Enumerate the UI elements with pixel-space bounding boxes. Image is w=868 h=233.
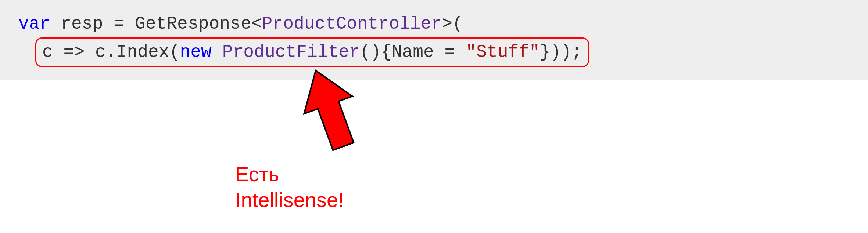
annotation-caption: Есть Intellisense! [235, 161, 344, 213]
code-text: >( [442, 14, 463, 34]
type-filter: ProductFilter [222, 42, 360, 62]
caption-line-2: Intellisense! [235, 187, 344, 213]
type-controller: ProductController [262, 14, 442, 34]
svg-marker-0 [294, 64, 367, 155]
code-text: resp = GetResponse< [50, 14, 262, 34]
highlight-box: c => c.Index(new ProductFilter(){Name = … [35, 37, 589, 67]
code-text: })); [540, 42, 582, 62]
code-text: c => c.Index( [42, 42, 180, 62]
code-block: var resp = GetResponse<ProductController… [0, 0, 868, 80]
string-literal: "Stuff" [466, 42, 540, 62]
arrow-icon [294, 64, 367, 156]
code-text: (){Name = [360, 42, 466, 62]
keyword-new: new [180, 42, 211, 62]
keyword-var: var [18, 14, 50, 34]
code-text [212, 42, 222, 62]
code-line-1: var resp = GetResponse<ProductController… [18, 10, 850, 37]
code-line-2: c => c.Index(new ProductFilter(){Name = … [18, 37, 850, 67]
caption-line-1: Есть [235, 161, 344, 187]
